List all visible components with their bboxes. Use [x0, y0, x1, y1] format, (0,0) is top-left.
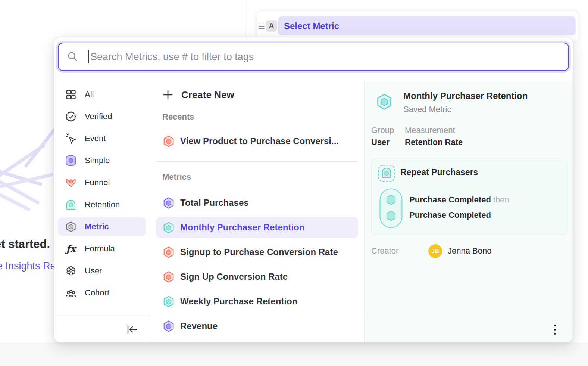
funnel-metric-hexagon-icon	[163, 135, 175, 147]
details-title: Monthly Purchaser Retention	[403, 91, 528, 101]
details-footer	[365, 316, 573, 342]
orange-metric-hexagon-icon	[163, 271, 175, 283]
sidebar-item-label: Cohort	[85, 288, 109, 298]
metric-list-item[interactable]: Weekly Purchase Retention	[156, 291, 358, 312]
sidebar-item-label: Event	[85, 134, 106, 143]
creator-avatar: JB	[428, 244, 442, 258]
background-heading-fragment: et started.	[0, 238, 50, 251]
search-icon	[67, 51, 79, 63]
metrics-list-column: Create New Recents View Product to Purch…	[150, 81, 365, 342]
sidebar-item-label: Metric	[85, 222, 109, 232]
simple-hexagon-icon	[65, 155, 76, 166]
page-footer-strip	[0, 342, 588, 366]
sidebar-item-user[interactable]: User	[58, 261, 146, 280]
grid-icon	[65, 89, 76, 100]
sidebar-item-label: Retention	[85, 200, 120, 210]
definition-step-1: Purchase Completed then	[409, 195, 509, 205]
sidebar-footer	[54, 316, 150, 342]
metric-picker-modal: All Verified Event Simple Funnel Retenti…	[54, 37, 573, 342]
purple-metric-hexagon-icon	[163, 197, 175, 209]
plus-icon	[163, 90, 173, 100]
collapse-left-icon[interactable]	[126, 323, 138, 335]
sidebar-item-metric[interactable]: Metric	[58, 217, 146, 236]
select-metric-button[interactable]: Select Metric	[278, 16, 576, 35]
category-sidebar: All Verified Event Simple Funnel Retenti…	[54, 81, 150, 342]
sidebar-item-cohort[interactable]: Cohort	[58, 283, 146, 302]
sidebar-item-label: Funnel	[85, 178, 110, 187]
metric-list-item[interactable]: Sign Up Conversion Rate	[156, 266, 358, 287]
cursor-click-icon	[65, 133, 76, 144]
creator-label: Creator	[371, 246, 398, 256]
step-connector: then	[493, 195, 509, 204]
retention-definition-icon	[378, 165, 395, 183]
metric-definition-card: Repeat Purchasers Purchase Completed the…	[371, 159, 567, 235]
formula-fx-icon: ƒx	[65, 243, 76, 254]
step-a-badge: A	[266, 20, 277, 32]
sidebar-item-verified[interactable]: Verified	[58, 107, 146, 126]
search-section	[54, 37, 573, 81]
recent-item[interactable]: View Product to Purchase Conversi...	[156, 131, 358, 152]
search-box[interactable]	[58, 43, 569, 71]
group-value: User	[371, 137, 390, 147]
purple-metric-hexagon-icon	[163, 320, 175, 332]
teal-metric-hexagon-icon	[376, 93, 393, 112]
verified-badge-icon	[65, 111, 76, 122]
sidebar-item-label: Simple	[85, 156, 110, 165]
metric-list-item[interactable]: Total Purchases	[156, 192, 358, 213]
create-new-button[interactable]: Create New	[150, 87, 364, 102]
details-subtitle: Saved Metric	[403, 105, 451, 114]
creator-name: Jenna Bono	[448, 246, 491, 256]
definition-step-2: Purchase Completed	[409, 210, 491, 220]
select-metric-bar: A Select Metric	[257, 11, 578, 41]
sidebar-item-event[interactable]: Event	[58, 129, 146, 148]
user-cluster-icon	[65, 265, 76, 276]
cohort-people-icon	[65, 287, 76, 298]
funnel-icon	[65, 177, 76, 188]
sidebar-item-funnel[interactable]: Funnel	[58, 173, 146, 192]
metric-list-item[interactable]: Signup to Purchase Conversion Rate	[156, 242, 358, 263]
measurement-value: Retention Rate	[405, 137, 463, 147]
sidebar-item-label: All	[85, 90, 94, 99]
background-insights-link[interactable]: e Insights Re	[0, 260, 56, 272]
more-options-icon[interactable]	[550, 322, 559, 337]
drag-handle-icon[interactable]	[259, 23, 265, 31]
metrics-section-label: Metrics	[150, 172, 364, 182]
sidebar-item-simple[interactable]: Simple	[58, 151, 146, 170]
metric-details-panel: Monthly Purchaser Retention Saved Metric…	[365, 81, 573, 342]
group-label: Group	[371, 125, 394, 135]
sidebar-item-retention[interactable]: Retention	[58, 195, 146, 214]
sidebar-item-label: Formula	[85, 244, 115, 254]
background-chart-decoration	[0, 134, 60, 220]
recents-section-label: Recents	[150, 112, 364, 122]
teal-metric-hexagon-icon	[163, 295, 175, 307]
funnel-steps-capsule-icon	[379, 188, 403, 230]
sidebar-item-label: User	[85, 266, 102, 276]
search-input[interactable]	[90, 51, 568, 63]
sidebar-item-label: Verified	[85, 112, 112, 121]
retention-arch-icon	[65, 199, 76, 210]
teal-metric-hexagon-icon	[163, 221, 175, 233]
sidebar-item-formula[interactable]: ƒx Formula	[58, 239, 146, 258]
metric-hexagon-icon	[65, 221, 76, 232]
metric-list-item[interactable]: Revenue	[156, 316, 358, 336]
definition-name: Repeat Purchasers	[400, 167, 478, 177]
list-divider	[156, 161, 358, 162]
metric-list-item-selected[interactable]: Monthly Purchaser Retention	[156, 217, 358, 238]
text-caret	[88, 50, 89, 63]
measurement-label: Measurement	[405, 125, 455, 135]
orange-metric-hexagon-icon	[163, 246, 175, 258]
sidebar-item-all[interactable]: All	[58, 85, 146, 104]
